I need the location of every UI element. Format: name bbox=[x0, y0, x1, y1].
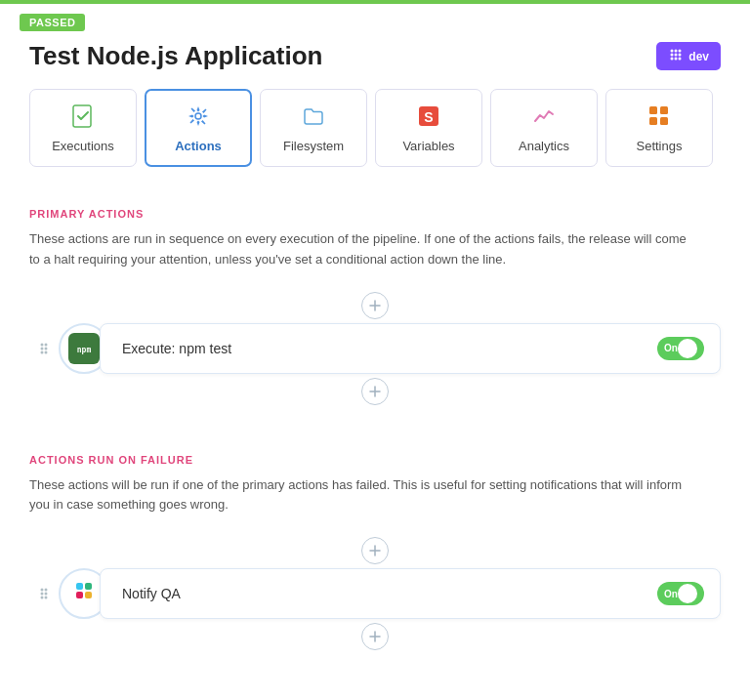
passed-badge-wrapper: PASSED bbox=[0, 4, 750, 31]
npm-test-action-name: Execute: npm test bbox=[122, 341, 657, 356]
tab-settings-label: Settings bbox=[637, 139, 683, 153]
notify-qa-toggle-inner: On bbox=[660, 584, 701, 603]
notify-qa-toggle-label: On bbox=[664, 589, 678, 599]
notify-qa-action-card[interactable]: Notify QA On bbox=[100, 568, 721, 619]
svg-rect-9 bbox=[73, 105, 91, 127]
notify-qa-action-row: Notify QA On bbox=[29, 568, 721, 619]
section-gap bbox=[29, 419, 721, 446]
svg-point-19 bbox=[41, 343, 44, 346]
svg-point-5 bbox=[679, 54, 682, 57]
svg-point-37 bbox=[45, 597, 48, 599]
npm-test-icon: npm bbox=[68, 333, 100, 364]
add-before-npm-button[interactable] bbox=[361, 292, 389, 319]
add-after-npm-button[interactable] bbox=[361, 378, 389, 405]
svg-point-1 bbox=[675, 50, 678, 53]
failure-actions-title: ACTIONS RUN ON FAILURE bbox=[29, 454, 721, 466]
svg-point-4 bbox=[675, 54, 678, 57]
svg-point-36 bbox=[41, 597, 44, 599]
svg-point-8 bbox=[679, 58, 682, 61]
svg-rect-13 bbox=[649, 106, 657, 114]
notify-qa-drag-handle[interactable] bbox=[29, 586, 59, 601]
add-after-notify-button[interactable] bbox=[361, 623, 389, 650]
svg-point-10 bbox=[195, 113, 201, 119]
svg-point-3 bbox=[671, 54, 674, 57]
page-title: Test Node.js Application bbox=[29, 41, 322, 71]
svg-rect-41 bbox=[85, 592, 92, 598]
npm-test-toggle-knob bbox=[678, 339, 697, 358]
svg-text:npm: npm bbox=[77, 346, 92, 354]
svg-point-24 bbox=[45, 350, 48, 353]
add-before-notify-button[interactable] bbox=[361, 537, 389, 564]
content-area: PRIMARY ACTIONS These actions are run in… bbox=[0, 167, 750, 654]
actions-icon bbox=[186, 103, 211, 133]
svg-point-21 bbox=[41, 347, 44, 350]
primary-actions-section: PRIMARY ACTIONS These actions are run in… bbox=[29, 208, 721, 409]
tab-executions[interactable]: Executions bbox=[29, 89, 137, 167]
svg-text:S: S bbox=[424, 109, 433, 125]
svg-point-20 bbox=[45, 343, 48, 346]
svg-rect-40 bbox=[76, 592, 83, 598]
svg-point-34 bbox=[41, 593, 44, 596]
svg-rect-15 bbox=[649, 117, 657, 125]
notify-qa-action-name: Notify QA bbox=[122, 586, 657, 601]
svg-point-2 bbox=[679, 50, 682, 53]
tabs-row: Executions Actions Filesystem bbox=[0, 71, 750, 167]
page-header: Test Node.js Application dev bbox=[0, 31, 750, 71]
executions-icon bbox=[70, 103, 96, 133]
tab-analytics-label: Analytics bbox=[519, 139, 569, 153]
svg-point-33 bbox=[45, 589, 48, 592]
svg-point-7 bbox=[675, 58, 678, 61]
variables-icon: S bbox=[416, 103, 441, 133]
analytics-icon bbox=[531, 103, 557, 133]
svg-rect-38 bbox=[76, 583, 83, 590]
svg-point-22 bbox=[45, 347, 48, 350]
svg-point-35 bbox=[45, 593, 48, 596]
settings-icon bbox=[646, 103, 672, 133]
tab-filesystem-label: Filesystem bbox=[283, 139, 344, 153]
primary-action-area: npm Execute: npm test On bbox=[29, 288, 721, 409]
npm-test-toggle[interactable]: On bbox=[657, 337, 704, 360]
svg-point-0 bbox=[671, 50, 674, 53]
dev-badge[interactable]: dev bbox=[656, 42, 721, 70]
tab-filesystem[interactable]: Filesystem bbox=[260, 89, 367, 167]
tab-variables-label: Variables bbox=[402, 139, 454, 153]
tab-actions-label: Actions bbox=[175, 139, 222, 153]
npm-test-drag-handle[interactable] bbox=[29, 341, 59, 356]
tab-executions-label: Executions bbox=[52, 139, 114, 153]
failure-actions-desc: These actions will be run if one of the … bbox=[29, 475, 693, 516]
npm-test-action-row: npm Execute: npm test On bbox=[29, 323, 721, 374]
failure-actions-section: ACTIONS RUN ON FAILURE These actions wil… bbox=[29, 454, 721, 655]
svg-point-32 bbox=[41, 589, 44, 592]
svg-rect-14 bbox=[660, 106, 668, 114]
svg-point-6 bbox=[671, 58, 674, 61]
slack-icon bbox=[70, 577, 98, 610]
npm-test-action-card[interactable]: Execute: npm test On bbox=[100, 323, 721, 374]
primary-actions-title: PRIMARY ACTIONS bbox=[29, 208, 721, 220]
notify-qa-toggle-knob bbox=[678, 584, 697, 603]
dev-badge-label: dev bbox=[688, 50, 709, 63]
failure-action-area: Notify QA On bbox=[29, 533, 721, 654]
filesystem-icon bbox=[301, 103, 326, 133]
tab-settings[interactable]: Settings bbox=[605, 89, 713, 167]
npm-test-toggle-label: On bbox=[664, 343, 678, 353]
primary-actions-desc: These actions are run in sequence on eve… bbox=[29, 229, 693, 270]
svg-rect-16 bbox=[660, 117, 668, 125]
tab-actions[interactable]: Actions bbox=[145, 89, 252, 167]
tab-analytics[interactable]: Analytics bbox=[490, 89, 598, 167]
notify-qa-toggle[interactable]: On bbox=[657, 582, 704, 605]
passed-badge: PASSED bbox=[20, 14, 85, 31]
dev-badge-icon bbox=[668, 47, 684, 65]
tab-variables[interactable]: S Variables bbox=[375, 89, 482, 167]
svg-point-23 bbox=[41, 350, 44, 353]
npm-test-toggle-inner: On bbox=[660, 339, 701, 358]
svg-rect-39 bbox=[85, 583, 92, 590]
